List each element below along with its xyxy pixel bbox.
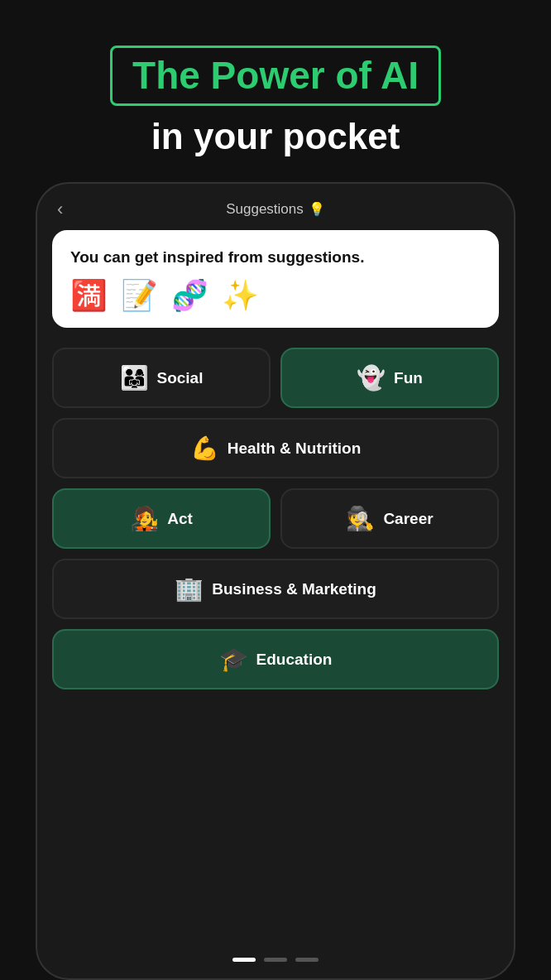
dot-2: [264, 958, 287, 962]
career-emoji: 🕵️: [346, 505, 375, 532]
health-label: Health & Nutrition: [228, 440, 362, 458]
health-emoji: 💪: [190, 435, 219, 462]
social-emoji: 👨‍👩‍👧: [120, 364, 149, 392]
act-label: Act: [167, 510, 193, 528]
title-box: The Power of AI: [110, 46, 441, 106]
tooltip-icon-2: 📝: [121, 278, 158, 313]
row-2: 💪 Health & Nutrition: [52, 418, 499, 478]
main-title: The Power of AI: [132, 55, 419, 97]
tooltip-text: You can get inspired from suggestions.: [70, 247, 481, 269]
tooltip-icons: 🈵 📝 🧬 ✨: [70, 278, 481, 313]
suggestions-label: Suggestions: [226, 201, 304, 218]
tooltip-icon-4: ✨: [222, 278, 259, 313]
row-5: 🎓 Education: [52, 629, 499, 689]
back-button[interactable]: ‹: [57, 199, 63, 220]
social-label: Social: [157, 369, 204, 387]
fun-label: Fun: [394, 369, 423, 387]
category-business[interactable]: 🏢 Business & Marketing: [52, 559, 499, 619]
categories-grid: 👨‍👩‍👧 Social 👻 Fun 💪 Health & Nutrition …: [37, 341, 514, 946]
bulb-icon: 💡: [309, 201, 325, 217]
category-act[interactable]: 🧑‍🎤 Act: [52, 488, 271, 549]
career-label: Career: [383, 510, 433, 528]
phone-mockup: ‹ Suggestions 💡 You can get inspired fro…: [36, 182, 515, 980]
row-3: 🧑‍🎤 Act 🕵️ Career: [52, 488, 499, 549]
pagination: [37, 946, 514, 978]
sub-title: in your pocket: [151, 116, 400, 157]
tooltip-icon-1: 🈵: [70, 278, 108, 313]
education-label: Education: [256, 651, 333, 669]
category-education[interactable]: 🎓 Education: [52, 629, 499, 689]
tooltip-box: You can get inspired from suggestions. 🈵…: [52, 230, 499, 329]
category-health[interactable]: 💪 Health & Nutrition: [52, 418, 499, 478]
suggestions-title: Suggestions 💡: [226, 201, 325, 218]
category-career[interactable]: 🕵️ Career: [280, 488, 499, 549]
fun-emoji: 👻: [357, 364, 386, 392]
phone-header: ‹ Suggestions 💡: [37, 184, 514, 230]
dot-1: [232, 958, 256, 962]
tooltip-icon-3: 🧬: [171, 278, 208, 313]
row-1: 👨‍👩‍👧 Social 👻 Fun: [52, 348, 499, 408]
category-social[interactable]: 👨‍👩‍👧 Social: [52, 348, 271, 408]
business-emoji: 🏢: [175, 575, 204, 603]
category-fun[interactable]: 👻 Fun: [280, 348, 499, 408]
business-label: Business & Marketing: [212, 580, 376, 598]
header-section: The Power of AI in your pocket: [0, 0, 551, 174]
row-4: 🏢 Business & Marketing: [52, 559, 499, 619]
education-emoji: 🎓: [219, 646, 248, 673]
act-emoji: 🧑‍🎤: [130, 505, 159, 532]
dot-3: [295, 958, 319, 962]
